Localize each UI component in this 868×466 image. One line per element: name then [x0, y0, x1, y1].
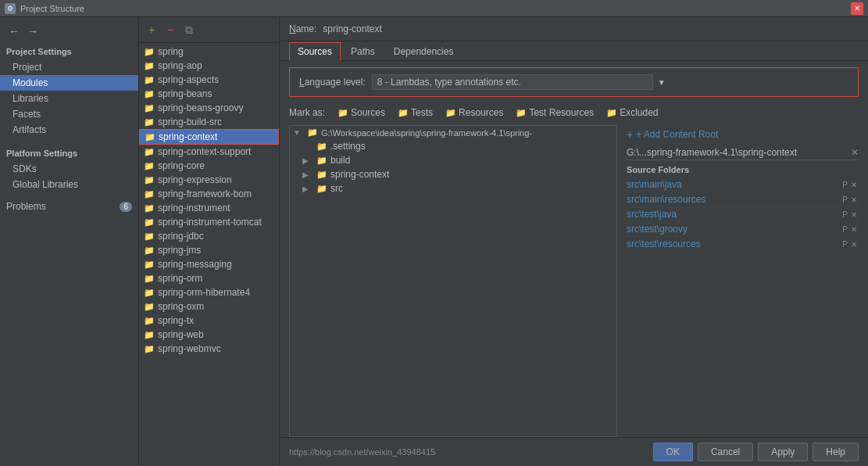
tree-item-settings[interactable]: 📁 .settings — [290, 139, 616, 153]
source-entry-test-resources: src\test\resources P ✕ — [627, 237, 859, 252]
module-item-spring-tx[interactable]: 📁 spring-tx — [139, 314, 279, 328]
module-item-spring-context[interactable]: 📁 spring-context — [139, 129, 279, 145]
tab-sources[interactable]: Sources — [289, 42, 341, 61]
tree-item-build[interactable]: ▶ 📁 build — [290, 153, 616, 167]
apply-button[interactable]: Apply — [758, 443, 808, 461]
tree-root-label: G:\Workspace\idea\spring\spring-framewor… — [321, 128, 532, 138]
mark-tag-tests[interactable]: 📁 Tests — [395, 106, 436, 119]
sidebar-item-modules[interactable]: Modules — [0, 75, 138, 91]
sidebar-item-global-libraries[interactable]: Global Libraries — [0, 177, 138, 192]
tree-expand-icon: ▶ — [302, 170, 313, 179]
content-root-header: G:\...spring-framework-4.1\spring-contex… — [627, 144, 859, 160]
tree-root-item[interactable]: ▼ 📁 G:\Workspace\idea\spring\spring-fram… — [290, 126, 616, 139]
folder-icon: 📁 — [144, 61, 155, 71]
module-item-spring-framework-bom[interactable]: 📁 spring-framework-bom — [139, 187, 279, 201]
module-item-spring-oxm[interactable]: 📁 spring-oxm — [139, 299, 279, 314]
sidebar-item-libraries[interactable]: Libraries — [0, 91, 138, 106]
plus-icon: + — [627, 128, 633, 141]
mark-tag-excluded[interactable]: 📁 Excluded — [603, 106, 661, 119]
nav-forward-button[interactable]: → — [25, 23, 41, 39]
module-item-spring-expression[interactable]: 📁 spring-expression — [139, 173, 279, 187]
folder-icon: 📁 — [144, 47, 155, 57]
sidebar-divider — [0, 138, 138, 144]
module-item-spring-core[interactable]: 📁 spring-core — [139, 159, 279, 173]
source-panel: + + Add Content Root G:\...spring-framew… — [617, 125, 859, 437]
folder-icon: 📁 — [144, 260, 155, 270]
source-action-p-main-resources[interactable]: P — [842, 195, 848, 204]
folder-icon: 📁 — [316, 156, 327, 166]
module-item-spring-orm[interactable]: 📁 spring-orm — [139, 271, 279, 285]
module-item-spring[interactable]: 📁 spring — [139, 45, 279, 59]
close-window-button[interactable]: ✕ — [851, 2, 863, 15]
tree-expand-icon: ▶ — [302, 185, 313, 193]
module-list: 📁 spring 📁 spring-aop 📁 spring-aspects 📁… — [139, 43, 279, 466]
module-item-spring-orm-hibernate4[interactable]: 📁 spring-orm-hibernate4 — [139, 285, 279, 299]
module-item-spring-jdbc[interactable]: 📁 spring-jdbc — [139, 229, 279, 243]
add-module-button[interactable]: + — [144, 22, 159, 38]
title-bar-left: ⚙ Project Structure — [5, 3, 84, 14]
source-action-p-test-resources[interactable]: P — [842, 240, 848, 249]
language-level-label: Language level: — [299, 77, 366, 88]
module-item-spring-webmvc[interactable]: 📁 spring-webmvc — [139, 342, 279, 356]
folder-icon: 📁 — [144, 75, 155, 85]
folder-icon: 📁 — [144, 189, 155, 199]
module-item-spring-beans[interactable]: 📁 spring-beans — [139, 87, 279, 101]
module-item-spring-jms[interactable]: 📁 spring-jms — [139, 243, 279, 257]
tab-dependencies[interactable]: Dependencies — [385, 42, 463, 61]
folder-icon: 📁 — [144, 161, 155, 171]
ok-button[interactable]: OK — [653, 443, 693, 461]
module-item-spring-web[interactable]: 📁 spring-web — [139, 328, 279, 342]
source-action-p-main-java[interactable]: P — [842, 181, 848, 189]
content-root-close-button[interactable]: ✕ — [851, 147, 859, 158]
folder-icon: 📁 — [316, 142, 327, 152]
sidebar-item-project[interactable]: Project — [0, 59, 138, 75]
module-item-spring-instrument[interactable]: 📁 spring-instrument — [139, 201, 279, 215]
title-bar: ⚙ Project Structure ✕ — [0, 0, 868, 17]
module-item-spring-aspects[interactable]: 📁 spring-aspects — [139, 73, 279, 87]
sidebar-item-problems[interactable]: Problems 6 — [0, 199, 138, 214]
cancel-button[interactable]: Cancel — [698, 443, 753, 461]
module-item-spring-instrument-tomcat[interactable]: 📁 spring-instrument-tomcat — [139, 215, 279, 229]
module-item-spring-build-src[interactable]: 📁 spring-build-src — [139, 115, 279, 129]
module-item-spring-beans-groovy[interactable]: 📁 spring-beans-groovy — [139, 101, 279, 115]
tabs-bar: Sources Paths Dependencies — [280, 41, 868, 61]
mark-tag-test-resources[interactable]: 📁 Test Resources — [513, 106, 597, 119]
folder-icon: 📁 — [144, 288, 155, 298]
tab-paths[interactable]: Paths — [342, 42, 384, 61]
sidebar-item-sdks[interactable]: SDKs — [0, 161, 138, 177]
folder-icon: 📁 — [145, 132, 155, 142]
source-action-p-test-java[interactable]: P — [842, 210, 848, 219]
content-area: ▼ 📁 G:\Workspace\idea\spring\spring-fram… — [280, 125, 868, 437]
mark-tag-resources[interactable]: 📁 Resources — [442, 106, 506, 119]
folder-icon: 📁 — [144, 175, 155, 185]
sidebar-nav-buttons: ← → — [0, 20, 138, 45]
remove-module-button[interactable]: − — [163, 22, 178, 38]
test-resources-folder-icon: 📁 — [516, 108, 527, 118]
folder-icon: 📁 — [144, 274, 155, 284]
mark-tag-sources[interactable]: 📁 Sources — [334, 106, 388, 119]
source-action-p-test-groovy[interactable]: P — [842, 225, 848, 234]
module-item-spring-context-support[interactable]: 📁 spring-context-support — [139, 145, 279, 159]
tree-item-src[interactable]: ▶ 📁 src — [290, 181, 616, 195]
tree-item-spring-context[interactable]: ▶ 📁 spring-context — [290, 167, 616, 181]
folder-icon: 📁 — [316, 170, 327, 180]
resources-folder-icon: 📁 — [445, 108, 456, 118]
select-arrow-icon: ▼ — [658, 78, 666, 87]
problems-badge: 6 — [120, 202, 132, 212]
nav-back-button[interactable]: ← — [6, 23, 22, 39]
sidebar-item-facets[interactable]: Facets — [0, 106, 138, 122]
app-icon: ⚙ — [5, 3, 16, 14]
tree-panel: ▼ 📁 G:\Workspace\idea\spring\spring-fram… — [289, 125, 617, 437]
language-level-select[interactable]: 3 - No assert, no annotations 4 - Assert… — [372, 74, 653, 90]
name-value: spring-context — [323, 23, 381, 34]
tests-folder-icon: 📁 — [398, 108, 409, 118]
module-item-spring-messaging[interactable]: 📁 spring-messaging — [139, 257, 279, 271]
sidebar-item-artifacts[interactable]: Artifacts — [0, 122, 138, 138]
source-path-test-resources: src\test\resources — [627, 238, 842, 249]
module-item-spring-aop[interactable]: 📁 spring-aop — [139, 59, 279, 73]
copy-module-button[interactable]: ⧉ — [181, 22, 197, 38]
help-button[interactable]: Help — [813, 443, 859, 461]
add-content-root-button[interactable]: + + Add Content Root — [627, 125, 859, 144]
folder-icon: 📁 — [144, 246, 155, 256]
folder-icon: 📁 — [144, 316, 155, 326]
